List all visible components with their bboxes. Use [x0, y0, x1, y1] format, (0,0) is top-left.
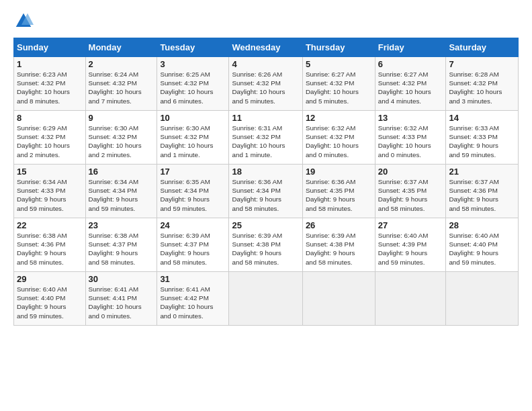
day-info: Sunrise: 6:40 AM Sunset: 4:40 PM Dayligh…	[449, 231, 515, 267]
day-info: Sunrise: 6:38 AM Sunset: 4:36 PM Dayligh…	[17, 231, 83, 267]
calendar-cell	[375, 272, 446, 326]
day-info: Sunrise: 6:39 AM Sunset: 4:38 PM Dayligh…	[232, 231, 299, 267]
calendar-cell: 22Sunrise: 6:38 AM Sunset: 4:36 PM Dayli…	[14, 218, 86, 272]
column-header-sunday: Sunday	[14, 38, 86, 57]
day-number: 8	[17, 113, 83, 123]
day-number: 2	[89, 59, 154, 69]
day-number: 12	[306, 113, 372, 123]
day-info: Sunrise: 6:39 AM Sunset: 4:38 PM Dayligh…	[306, 231, 372, 267]
calendar-cell: 18Sunrise: 6:36 AM Sunset: 4:34 PM Dayli…	[229, 165, 302, 218]
day-number: 16	[89, 167, 154, 177]
day-number: 20	[378, 167, 443, 177]
calendar-cell: 15Sunrise: 6:34 AM Sunset: 4:33 PM Dayli…	[14, 165, 86, 218]
day-info: Sunrise: 6:41 AM Sunset: 4:41 PM Dayligh…	[89, 285, 154, 320]
day-info: Sunrise: 6:41 AM Sunset: 4:42 PM Dayligh…	[160, 285, 226, 320]
calendar-cell: 14Sunrise: 6:33 AM Sunset: 4:33 PM Dayli…	[446, 111, 519, 165]
day-info: Sunrise: 6:28 AM Sunset: 4:32 PM Dayligh…	[449, 70, 515, 105]
day-number: 14	[449, 113, 515, 123]
calendar-cell	[446, 272, 519, 326]
calendar-cell: 10Sunrise: 6:30 AM Sunset: 4:32 PM Dayli…	[157, 111, 229, 165]
day-number: 26	[306, 220, 372, 230]
day-info: Sunrise: 6:32 AM Sunset: 4:33 PM Dayligh…	[378, 124, 443, 159]
day-info: Sunrise: 6:35 AM Sunset: 4:34 PM Dayligh…	[160, 177, 226, 213]
column-header-wednesday: Wednesday	[229, 38, 302, 57]
day-number: 4	[232, 59, 299, 69]
calendar-cell	[302, 272, 375, 326]
day-info: Sunrise: 6:31 AM Sunset: 4:32 PM Dayligh…	[232, 124, 299, 159]
calendar-cell: 27Sunrise: 6:40 AM Sunset: 4:39 PM Dayli…	[375, 218, 446, 272]
day-number: 27	[378, 220, 443, 230]
day-number: 25	[232, 220, 299, 230]
calendar-cell: 8Sunrise: 6:29 AM Sunset: 4:32 PM Daylig…	[14, 111, 86, 165]
day-number: 6	[378, 59, 443, 69]
day-info: Sunrise: 6:33 AM Sunset: 4:33 PM Dayligh…	[449, 124, 515, 159]
day-info: Sunrise: 6:32 AM Sunset: 4:32 PM Dayligh…	[306, 124, 372, 159]
header	[13, 11, 519, 31]
day-number: 29	[17, 274, 83, 284]
day-info: Sunrise: 6:30 AM Sunset: 4:32 PM Dayligh…	[89, 124, 154, 159]
column-header-friday: Friday	[375, 38, 446, 57]
day-number: 19	[306, 167, 372, 177]
calendar-cell: 31Sunrise: 6:41 AM Sunset: 4:42 PM Dayli…	[157, 272, 229, 326]
calendar-cell: 13Sunrise: 6:32 AM Sunset: 4:33 PM Dayli…	[375, 111, 446, 165]
page: SundayMondayTuesdayWednesdayThursdayFrid…	[0, 0, 532, 411]
day-number: 30	[89, 274, 154, 284]
calendar-cell: 3Sunrise: 6:25 AM Sunset: 4:32 PM Daylig…	[157, 57, 229, 111]
day-number: 21	[449, 167, 515, 177]
calendar-cell: 2Sunrise: 6:24 AM Sunset: 4:32 PM Daylig…	[85, 57, 157, 111]
calendar-cell: 9Sunrise: 6:30 AM Sunset: 4:32 PM Daylig…	[85, 111, 157, 165]
day-info: Sunrise: 6:37 AM Sunset: 4:35 PM Dayligh…	[378, 177, 443, 213]
day-number: 1	[17, 59, 83, 69]
day-info: Sunrise: 6:37 AM Sunset: 4:36 PM Dayligh…	[449, 177, 515, 213]
calendar-cell: 12Sunrise: 6:32 AM Sunset: 4:32 PM Dayli…	[302, 111, 375, 165]
calendar-cell: 25Sunrise: 6:39 AM Sunset: 4:38 PM Dayli…	[229, 218, 302, 272]
week-row-5: 29Sunrise: 6:40 AM Sunset: 4:40 PM Dayli…	[14, 272, 519, 326]
day-info: Sunrise: 6:24 AM Sunset: 4:32 PM Dayligh…	[89, 70, 154, 105]
calendar-cell	[229, 272, 302, 326]
column-header-saturday: Saturday	[446, 38, 519, 57]
calendar-cell: 11Sunrise: 6:31 AM Sunset: 4:32 PM Dayli…	[229, 111, 302, 165]
day-number: 3	[160, 59, 226, 69]
day-number: 28	[449, 220, 515, 230]
day-number: 13	[378, 113, 443, 123]
day-number: 5	[306, 59, 372, 69]
day-info: Sunrise: 6:39 AM Sunset: 4:37 PM Dayligh…	[160, 231, 226, 267]
day-number: 17	[160, 167, 226, 177]
day-number: 31	[160, 274, 226, 284]
calendar-cell: 30Sunrise: 6:41 AM Sunset: 4:41 PM Dayli…	[85, 272, 157, 326]
calendar-cell: 16Sunrise: 6:34 AM Sunset: 4:34 PM Dayli…	[85, 165, 157, 218]
calendar-cell: 21Sunrise: 6:37 AM Sunset: 4:36 PM Dayli…	[446, 165, 519, 218]
calendar-table: SundayMondayTuesdayWednesdayThursdayFrid…	[13, 38, 519, 326]
day-info: Sunrise: 6:34 AM Sunset: 4:34 PM Dayligh…	[89, 177, 154, 213]
calendar-cell: 26Sunrise: 6:39 AM Sunset: 4:38 PM Dayli…	[302, 218, 375, 272]
day-info: Sunrise: 6:26 AM Sunset: 4:32 PM Dayligh…	[232, 70, 299, 105]
day-number: 11	[232, 113, 299, 123]
week-row-1: 1Sunrise: 6:23 AM Sunset: 4:32 PM Daylig…	[14, 57, 519, 111]
calendar-cell: 17Sunrise: 6:35 AM Sunset: 4:34 PM Dayli…	[157, 165, 229, 218]
day-info: Sunrise: 6:29 AM Sunset: 4:32 PM Dayligh…	[17, 124, 83, 159]
logo-icon	[13, 11, 34, 31]
day-info: Sunrise: 6:30 AM Sunset: 4:32 PM Dayligh…	[160, 124, 226, 159]
calendar-cell: 1Sunrise: 6:23 AM Sunset: 4:32 PM Daylig…	[14, 57, 86, 111]
day-number: 22	[17, 220, 83, 230]
day-number: 9	[89, 113, 154, 123]
week-row-2: 8Sunrise: 6:29 AM Sunset: 4:32 PM Daylig…	[14, 111, 519, 165]
column-header-monday: Monday	[85, 38, 157, 57]
calendar-cell: 5Sunrise: 6:27 AM Sunset: 4:32 PM Daylig…	[302, 57, 375, 111]
calendar-cell: 20Sunrise: 6:37 AM Sunset: 4:35 PM Dayli…	[375, 165, 446, 218]
day-number: 23	[89, 220, 154, 230]
calendar-cell: 19Sunrise: 6:36 AM Sunset: 4:35 PM Dayli…	[302, 165, 375, 218]
day-number: 10	[160, 113, 226, 123]
day-info: Sunrise: 6:38 AM Sunset: 4:37 PM Dayligh…	[89, 231, 154, 267]
calendar-cell: 7Sunrise: 6:28 AM Sunset: 4:32 PM Daylig…	[446, 57, 519, 111]
logo	[13, 11, 36, 31]
day-number: 7	[449, 59, 515, 69]
calendar-header-row: SundayMondayTuesdayWednesdayThursdayFrid…	[14, 38, 519, 57]
day-info: Sunrise: 6:36 AM Sunset: 4:34 PM Dayligh…	[232, 177, 299, 213]
day-number: 18	[232, 167, 299, 177]
calendar-cell: 6Sunrise: 6:27 AM Sunset: 4:32 PM Daylig…	[375, 57, 446, 111]
week-row-4: 22Sunrise: 6:38 AM Sunset: 4:36 PM Dayli…	[14, 218, 519, 272]
week-row-3: 15Sunrise: 6:34 AM Sunset: 4:33 PM Dayli…	[14, 165, 519, 218]
day-number: 15	[17, 167, 83, 177]
day-info: Sunrise: 6:25 AM Sunset: 4:32 PM Dayligh…	[160, 70, 226, 105]
